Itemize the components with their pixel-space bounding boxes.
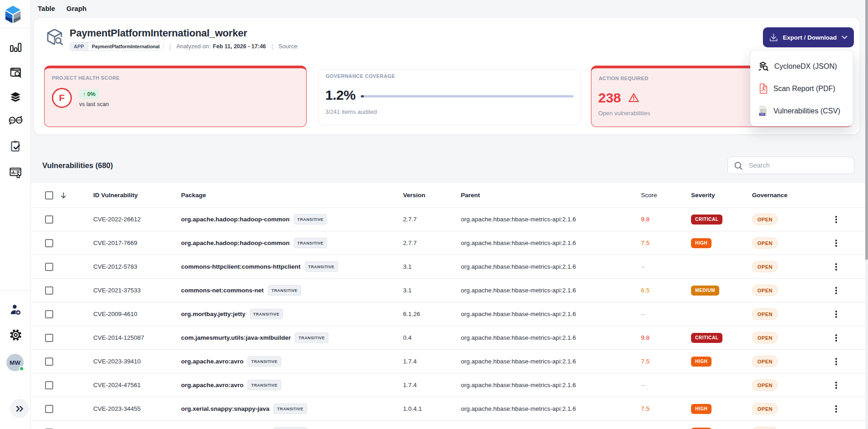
action-required-note: Open vulnerabilities xyxy=(598,110,650,117)
column-header-severity[interactable]: Severity xyxy=(691,183,715,207)
table-row: CVE-2017-7669org.apache.hadoop:hadoop-co… xyxy=(31,231,865,255)
governance-badge: OPEN xyxy=(752,261,778,272)
row-actions-button[interactable] xyxy=(832,350,841,373)
column-header-version[interactable]: Version xyxy=(403,183,425,207)
sidebar-item-settings[interactable] xyxy=(0,329,31,341)
table-row: CVE-2009-4610org.mortbay.jetty:jettyTRAN… xyxy=(31,302,865,326)
export-menu-item-cyclonedx-json[interactable]: CycloneDX (JSON) xyxy=(751,55,853,77)
column-header-package[interactable]: Package xyxy=(181,183,206,207)
export-menu-item-scan-report-pdf[interactable]: Scan Report (PDF) xyxy=(751,77,853,100)
sidebar-divider-top xyxy=(0,28,31,28)
row-actions-button[interactable] xyxy=(832,302,841,326)
sidebar-item-scans[interactable] xyxy=(0,66,31,78)
dots-vertical-icon xyxy=(832,262,840,271)
row-actions-button[interactable] xyxy=(832,208,841,231)
export-menu-item-label: Scan Report (PDF) xyxy=(773,85,835,93)
row-checkbox[interactable] xyxy=(45,381,53,389)
vulnerability-id[interactable]: CVE-2023-34455 xyxy=(93,397,141,420)
row-checkbox[interactable] xyxy=(45,239,53,247)
sidebar-item-invite-user[interactable] xyxy=(0,304,31,315)
dots-vertical-icon xyxy=(832,333,840,342)
health-score-label: PROJECT HEALTH SCORE xyxy=(52,75,120,81)
vulnerability-id[interactable]: CVE-2021-37533 xyxy=(93,279,141,302)
row-actions-button[interactable] xyxy=(832,421,841,429)
column-header-governance[interactable]: Governance xyxy=(752,183,787,207)
clipboard-check-icon xyxy=(10,140,21,152)
sidebar-item-projects[interactable] xyxy=(0,91,31,103)
vulnerability-id[interactable]: CVE-2023-43642 xyxy=(93,421,141,429)
row-checkbox[interactable] xyxy=(45,358,53,366)
governance-value: 1.2% xyxy=(325,87,355,103)
governance-badge: OPEN xyxy=(752,356,778,367)
tab-graph[interactable]: Graph xyxy=(66,3,86,14)
row-actions-button[interactable] xyxy=(832,326,841,349)
select-all-checkbox[interactable] xyxy=(45,191,53,199)
app-logo[interactable] xyxy=(5,5,21,24)
layers-icon xyxy=(9,91,22,103)
dots-vertical-icon xyxy=(832,310,840,319)
analyzed-on-label: Analyzed on: xyxy=(177,43,211,50)
column-header-parent[interactable]: Parent xyxy=(461,183,480,207)
sidebar-expand-button[interactable] xyxy=(10,399,29,418)
scan-search-icon xyxy=(10,66,22,78)
table-row: CVE-2023-39410org.apache.avro:avroTRANSI… xyxy=(31,350,865,373)
project-type-badge: APP xyxy=(70,42,88,51)
export-menu: CycloneDX (JSON)Scan Report (PDF)CSVVuln… xyxy=(750,50,853,126)
version-value: 2.7.7 xyxy=(403,231,417,255)
vulnerability-id[interactable]: CVE-2012-5783 xyxy=(93,255,137,278)
sidebar-item-audit[interactable] xyxy=(0,140,31,152)
governance-cell: OPEN xyxy=(752,279,778,302)
governance-badge: OPEN xyxy=(752,379,778,391)
svg-text:DEV: DEV xyxy=(10,119,15,122)
parent-value: org.apache.hbase:hbase-metrics-api:2.1.6 xyxy=(461,255,576,278)
transitive-badge: TRANSITIVE xyxy=(268,285,302,296)
scrollbar-thumb[interactable] xyxy=(865,0,868,260)
sidebar-item-dashboard[interactable] xyxy=(0,42,31,53)
parent-value: org.apache.hbase:hbase-metrics-api:2.1.6 xyxy=(461,208,576,231)
project-type-chip: APPPaymentPlatformInternational xyxy=(70,42,164,51)
page-scrollbar[interactable] xyxy=(865,0,868,429)
vulnerability-id[interactable]: CVE-2014-125087 xyxy=(93,326,144,349)
column-header-score[interactable]: Score xyxy=(641,183,657,207)
vulnerability-id[interactable]: CVE-2009-4610 xyxy=(93,302,137,326)
governance-cell: OPEN xyxy=(752,421,778,429)
page-title: PaymentPlatformInternational_worker xyxy=(70,27,247,39)
vulnerability-id[interactable]: CVE-2024-47561 xyxy=(93,373,141,397)
row-actions-button[interactable] xyxy=(832,231,841,255)
export-download-button[interactable]: Export / Download xyxy=(763,27,854,47)
row-checkbox[interactable] xyxy=(45,334,53,342)
parent-value: org.apache.hbase:hbase-metrics-api:2.1.6 xyxy=(461,421,576,429)
row-actions-button[interactable] xyxy=(832,397,841,420)
row-actions-button[interactable] xyxy=(832,255,841,278)
analyzed-on-value: Feb 11, 2026 - 17:46 xyxy=(213,43,266,50)
tab-table[interactable]: Table xyxy=(38,3,55,14)
table-row: CVE-2014-125087com.jamesmurty.utils:java… xyxy=(31,326,865,350)
row-actions-button[interactable] xyxy=(832,279,841,302)
export-menu-item-vulnerabilities-csv[interactable]: CSVVulnerabilities (CSV) xyxy=(751,100,853,122)
row-checkbox[interactable] xyxy=(45,405,53,413)
column-header-id[interactable]: ID Vulnerability xyxy=(93,183,138,207)
row-checkbox[interactable] xyxy=(45,263,53,271)
score-value: 7.5 xyxy=(641,397,650,420)
vulnerability-id[interactable]: CVE-2023-39410 xyxy=(93,350,141,373)
version-value: 1.0.4.1 xyxy=(403,397,422,420)
meta-separator: | xyxy=(272,43,273,50)
sort-descending-icon[interactable] xyxy=(60,192,67,199)
table-row: CVE-2021-37533commons-net:commons-netTRA… xyxy=(31,279,865,302)
vulnerability-id[interactable]: CVE-2017-7669 xyxy=(93,231,137,255)
severity-cell: HIGH xyxy=(691,421,712,429)
row-select-cell xyxy=(45,255,53,278)
row-checkbox[interactable] xyxy=(45,215,53,224)
sidebar-item-reports[interactable] xyxy=(0,167,31,179)
row-actions-button[interactable] xyxy=(832,373,841,397)
sidebar-item-devops[interactable]: DEVOPS xyxy=(0,115,31,125)
download-icon xyxy=(769,33,778,42)
search-input[interactable] xyxy=(749,158,849,173)
row-select-cell xyxy=(45,302,53,326)
vulnerability-id[interactable]: CVE-2022-26612 xyxy=(93,208,141,231)
row-checkbox[interactable] xyxy=(45,310,53,318)
package-cell: org.apache.hadoop:hadoop-commonTRANSITIV… xyxy=(181,231,327,255)
package-cell: commons-net:commons-netTRANSITIVE xyxy=(181,279,301,302)
avatar[interactable]: MW xyxy=(6,354,24,371)
row-checkbox[interactable] xyxy=(45,286,53,295)
